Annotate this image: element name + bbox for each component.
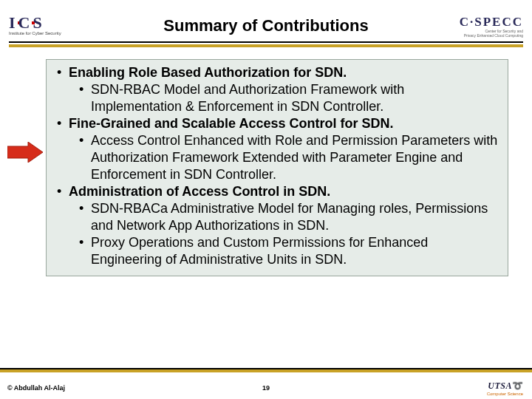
utsa-swoosh-icon: ➰ [512, 381, 523, 391]
bullet-icon [79, 132, 91, 183]
bullet-icon [79, 200, 91, 234]
bullet-icon [57, 183, 69, 200]
utsa-text: UTSA [488, 381, 512, 391]
logo-utsa: UTSA➰ Computer Science [487, 378, 523, 396]
bullet-l2: SDN-RBAC Model and Authorization Framewo… [79, 81, 499, 115]
bullet-icon [57, 115, 69, 132]
ics-logo-text: ICS [9, 13, 61, 33]
bullet-icon [57, 64, 69, 81]
bullet-l2: SDN-RBACa Administrative Model for Manag… [79, 200, 499, 234]
slide: ICS Institute for Cyber Security Summary… [0, 0, 532, 399]
header-rule-black [9, 41, 523, 43]
pointer-arrow-icon [7, 142, 43, 163]
bullet-icon [79, 81, 91, 115]
page-number: 19 [262, 384, 270, 392]
bullet-l1: Administration of Access Control in SDN. [57, 183, 499, 200]
bullet-text: SDN-RBAC Model and Authorization Framewo… [91, 81, 499, 115]
svg-marker-0 [7, 142, 43, 163]
bullet-text: Fine-Grained and Scalable Access Control… [69, 115, 499, 132]
bullet-text: SDN-RBACa Administrative Model for Manag… [91, 200, 499, 234]
ics-logo-sub: Institute for Cyber Security [9, 31, 61, 35]
logo-cspecc: C·SPECC Center for Security and Privacy … [460, 15, 523, 38]
footer: © Abdullah Al-Alaj 19 UTSA➰ Computer Sci… [0, 377, 532, 399]
bullet-text: Proxy Operations and Custom Permissions … [91, 234, 499, 268]
bullet-l1: Fine-Grained and Scalable Access Control… [57, 115, 499, 132]
bullet-text: Enabling Role Based Authorization for SD… [69, 64, 499, 81]
copyright: © Abdullah Al-Alaj [7, 384, 65, 392]
cspecc-logo-text: C·SPECC [460, 15, 523, 30]
page-title: Summary of Contributions [0, 16, 532, 35]
logo-ics: ICS Institute for Cyber Security [9, 13, 61, 35]
bullet-icon [79, 234, 91, 268]
content-box: Enabling Role Based Authorization for SD… [46, 59, 508, 276]
header-rule-gold [9, 44, 523, 47]
footer-rule [0, 368, 532, 372]
bullet-l1: Enabling Role Based Authorization for SD… [57, 64, 499, 81]
cspecc-logo-sub2: Privacy Enhanced Cloud Computing [460, 34, 523, 38]
bullet-l2: Access Control Enhanced with Role and Pe… [79, 132, 499, 183]
bullet-l2: Proxy Operations and Custom Permissions … [79, 234, 499, 268]
bullet-text: Access Control Enhanced with Role and Pe… [91, 132, 499, 183]
utsa-sub: Computer Science [487, 392, 523, 396]
bullet-text: Administration of Access Control in SDN. [69, 183, 499, 200]
